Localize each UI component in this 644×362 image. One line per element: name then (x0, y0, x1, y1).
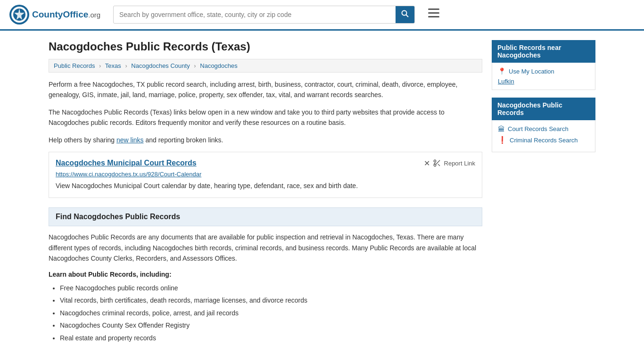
record-url[interactable]: https://www.ci.nacogdoches.tx.us/928/Cou… (56, 171, 475, 178)
sidebar-public-records-body: 🏛 Court Records Search ❗ Criminal Record… (492, 120, 595, 152)
page-title: Nacogdoches Public Records (Texas) (49, 40, 482, 53)
description-1: Perform a free Nacogdoches, TX public re… (49, 79, 482, 100)
logo-text: CountyOffice.org (32, 9, 100, 20)
svg-line-12 (438, 164, 439, 166)
list-item: Nacogdoches criminal records, police, ar… (60, 307, 482, 320)
search-area (113, 6, 415, 24)
report-link-button[interactable]: ✕︎ Report Link (424, 159, 475, 168)
record-entry-header: Nacogdoches Municipal Court Records ✕︎ R… (56, 159, 475, 168)
svg-rect-6 (428, 8, 439, 10)
new-links-link[interactable]: new links (116, 136, 144, 144)
use-my-location-link[interactable]: 📍 Use My Location (498, 67, 589, 75)
use-my-location-label: Use My Location (509, 68, 554, 75)
find-section-title: Find Nacogdoches Public Records (56, 213, 475, 221)
sidebar-nearby-title: Public Records near Nacogdoches (497, 44, 561, 59)
breadcrumb-sep-1: › (99, 62, 101, 69)
logo-area: CountyOffice.org (9, 5, 104, 25)
sidebar-nearby-body: 📍 Use My Location Lufkin (492, 63, 595, 90)
svg-point-9 (434, 160, 436, 163)
breadcrumb-nacogdoches-county[interactable]: Nacogdoches County (131, 62, 190, 69)
breadcrumb-texas[interactable]: Texas (105, 62, 121, 69)
record-description: View Nacogdoches Municipal Court calenda… (56, 181, 475, 191)
court-icon: 🏛 (498, 125, 505, 133)
nearby-city-link[interactable]: Lufkin (498, 78, 589, 85)
sidebar-public-records-section: Nacogdoches Public Records 🏛 Court Recor… (492, 98, 595, 152)
find-section-body: Nacogdoches Public Records are any docum… (49, 232, 482, 263)
breadcrumb-nacogdoches[interactable]: Nacogdoches (200, 62, 238, 69)
search-icon (401, 10, 409, 17)
court-records-search-link[interactable]: 🏛 Court Records Search (498, 125, 589, 133)
sidebar-public-records-title: Nacogdoches Public Records (497, 101, 562, 116)
record-entry: Nacogdoches Municipal Court Records ✕︎ R… (49, 152, 482, 198)
description-3-suffix: and reporting broken links. (144, 136, 223, 144)
report-link-label: Report Link (444, 160, 475, 167)
report-icon: ✕︎ (424, 159, 430, 168)
svg-line-5 (406, 15, 409, 17)
court-records-label: Court Records Search (508, 125, 569, 132)
logo-icon (9, 5, 29, 25)
svg-point-4 (402, 11, 407, 16)
description-2: The Nacogdoches Public Records (Texas) l… (49, 107, 482, 128)
breadcrumb-sep-3: › (194, 62, 196, 69)
list-item: Vital records, birth certificates, death… (60, 294, 482, 307)
svg-rect-8 (428, 16, 439, 17)
learn-list: Free Nacogdoches public records online V… (49, 282, 482, 345)
content-wrapper: Nacogdoches Public Records (Texas) Publi… (39, 31, 605, 354)
sidebar: Public Records near Nacogdoches 📍 Use My… (492, 40, 595, 344)
breadcrumb-sep-2: › (125, 62, 127, 69)
learn-label: Learn about Public Records, including: (49, 271, 482, 278)
svg-rect-7 (428, 12, 439, 14)
breadcrumb: Public Records › Texas › Nacogdoches Cou… (49, 59, 482, 73)
header: CountyOffice.org (0, 0, 644, 31)
sidebar-public-records-header: Nacogdoches Public Records (492, 98, 595, 120)
list-item: Free Nacogdoches public records online (60, 282, 482, 295)
criminal-records-label: Criminal Records Search (510, 137, 578, 144)
hamburger-icon (428, 8, 439, 18)
criminal-icon: ❗ (498, 136, 507, 144)
menu-button[interactable] (424, 7, 443, 23)
main-content: Nacogdoches Public Records (Texas) Publi… (49, 40, 482, 344)
description-3: Help others by sharing new links and rep… (49, 135, 482, 145)
svg-line-11 (436, 160, 440, 165)
list-item: Real estate and property records (60, 332, 482, 345)
description-3-prefix: Help others by sharing (49, 136, 116, 144)
search-button[interactable] (396, 6, 414, 23)
scissors-icon (433, 159, 441, 167)
breadcrumb-public-records[interactable]: Public Records (54, 62, 95, 69)
criminal-records-search-link[interactable]: ❗ Criminal Records Search (498, 136, 589, 144)
svg-point-10 (434, 165, 436, 167)
record-title[interactable]: Nacogdoches Municipal Court Records (56, 159, 197, 167)
location-icon: 📍 (498, 67, 506, 75)
search-input[interactable] (114, 7, 396, 22)
list-item: Nacogdoches County Sex Offender Registry (60, 319, 482, 332)
sidebar-nearby-header: Public Records near Nacogdoches (492, 40, 595, 63)
find-section-header: Find Nacogdoches Public Records (49, 207, 482, 226)
sidebar-nearby-section: Public Records near Nacogdoches 📍 Use My… (492, 40, 595, 90)
